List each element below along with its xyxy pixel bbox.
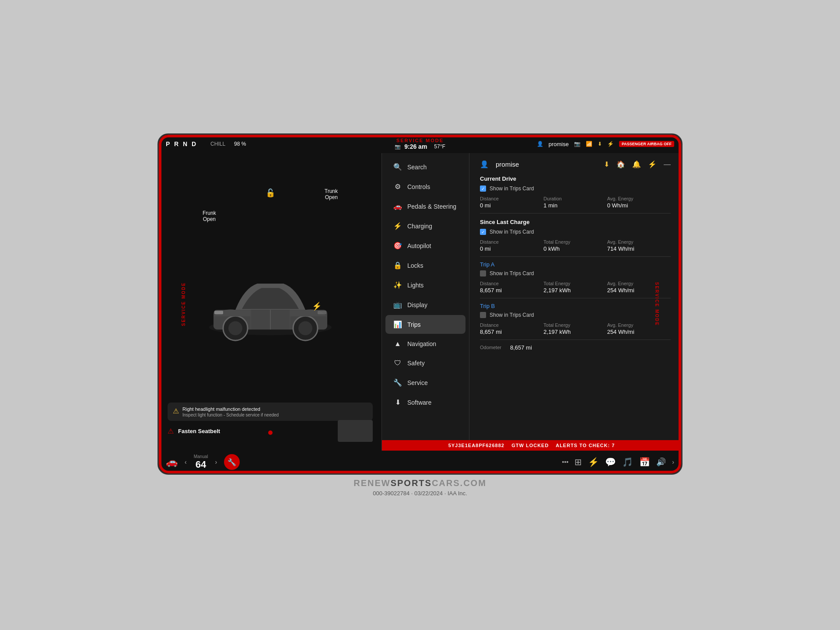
bottom-bar: 🚗 ‹ Manual 64 › 🔧 ••• ⊞ ⚡ 💬 🎵 📅 🔊 › bbox=[159, 451, 681, 473]
odometer-value: 8,657 mi bbox=[510, 344, 532, 351]
bell-icon[interactable]: 🔔 bbox=[632, 160, 641, 168]
menu-item-safety[interactable]: 🛡 Safety bbox=[385, 354, 466, 372]
menu-item-charging[interactable]: ⚡ Charging bbox=[385, 217, 466, 235]
headlight-alert: ⚠ Right headlight malfunction detected I… bbox=[168, 402, 373, 421]
left-panel: Frunk Open 🔓 Trunk Open bbox=[159, 153, 382, 451]
drive-mode: CHILL bbox=[210, 141, 225, 147]
svg-rect-10 bbox=[318, 311, 326, 314]
menu-item-display[interactable]: 📺 Display bbox=[385, 295, 466, 314]
since-avg-energy: Avg. Energy 714 Wh/mi bbox=[607, 239, 671, 252]
trip-b-show-label: Show in Trips Card bbox=[490, 312, 534, 318]
disconnect-icon[interactable]: — bbox=[664, 161, 671, 168]
watermark: RENEWSPORTSCARS.COM bbox=[354, 478, 486, 488]
trips-header: 👤 promise ⬇ 🏠 🔔 ⚡ — bbox=[480, 160, 671, 168]
since-last-charge-checkbox[interactable]: ✓ bbox=[480, 229, 486, 235]
lights-icon: ✨ bbox=[393, 281, 402, 289]
prev-arrow[interactable]: ‹ bbox=[185, 458, 187, 466]
since-show-in-trips-label: Show in Trips Card bbox=[490, 229, 534, 235]
wrench-button[interactable]: 🔧 bbox=[224, 454, 240, 470]
since-total-energy: Total Energy 0 kWh bbox=[543, 239, 607, 252]
current-duration: Duration 1 min bbox=[543, 196, 607, 209]
display-icon: 📺 bbox=[393, 301, 402, 309]
volume-arrow[interactable]: › bbox=[672, 458, 674, 466]
notification-area bbox=[268, 430, 273, 435]
download-header-icon[interactable]: ⬇ bbox=[604, 160, 609, 168]
music-icon[interactable]: 🎵 bbox=[622, 457, 633, 467]
user-icon-trips: 👤 bbox=[480, 160, 489, 168]
chat-icon[interactable]: 💬 bbox=[605, 457, 616, 467]
current-drive-checkbox[interactable]: ✓ bbox=[480, 186, 486, 192]
show-in-trips-label: Show in Trips Card bbox=[490, 186, 534, 192]
svg-point-3 bbox=[228, 321, 242, 335]
trip-b-avg-energy: Avg. Energy 254 Wh/mi bbox=[607, 322, 671, 335]
menu-item-controls[interactable]: ⚙ Controls bbox=[385, 177, 466, 196]
airbag-warning: PASSENGER AIRBAG OFF bbox=[619, 141, 674, 147]
trips-icon: 📊 bbox=[393, 320, 402, 329]
service-mode-label-right: SERVICE MODE bbox=[654, 282, 659, 326]
vin-bar: 5YJ3E1EA8PF626882 GTW LOCKED ALERTS TO C… bbox=[382, 440, 681, 451]
photo-credit: 000-39022784 · 03/22/2024 · IAA Inc. bbox=[354, 490, 486, 497]
menu-item-pedals[interactable]: 🚗 Pedals & Steering bbox=[385, 197, 466, 216]
prnd-display: P R N D bbox=[166, 140, 197, 147]
current-avg-energy: Avg. Energy 0 Wh/mi bbox=[607, 196, 671, 209]
car-icon[interactable]: 🚗 bbox=[166, 456, 178, 468]
controls-icon: ⚙ bbox=[393, 182, 402, 191]
alert-subtitle: Inspect light function - Schedule servic… bbox=[182, 413, 279, 417]
seatbelt-text: Fasten Seatbelt bbox=[178, 428, 220, 434]
header-icons: ⬇ 🏠 🔔 ⚡ — bbox=[604, 160, 671, 168]
status-center: SERVICE MODE 📷 9:26 am 57°F bbox=[395, 138, 445, 150]
menu-item-autopilot[interactable]: 🎯 Autopilot bbox=[385, 236, 466, 255]
menu-item-locks[interactable]: 🔒 Locks bbox=[385, 256, 466, 275]
seatbelt-icon: ⚠ bbox=[168, 427, 174, 435]
next-arrow[interactable]: › bbox=[215, 458, 217, 466]
menu-item-trips[interactable]: 📊 Trips bbox=[385, 315, 466, 334]
since-distance: Distance 0 mi bbox=[480, 239, 543, 252]
trip-a-checkbox[interactable] bbox=[480, 270, 486, 276]
menu-item-lights[interactable]: ✨ Lights bbox=[385, 276, 466, 294]
since-last-charge-stats: Distance 0 mi Total Energy 0 kWh Avg. En… bbox=[480, 239, 671, 252]
menu-item-search[interactable]: 🔍 Search bbox=[385, 158, 466, 176]
frunk-label: Frunk Open bbox=[203, 210, 216, 222]
navigation-icon: ▲ bbox=[393, 340, 402, 348]
grid-icon[interactable]: ⊞ bbox=[574, 457, 582, 467]
more-icon[interactable]: ••• bbox=[562, 458, 569, 466]
trips-username: promise bbox=[496, 161, 519, 168]
charging-icon: ⚡ bbox=[393, 222, 402, 230]
calendar-icon[interactable]: 📅 bbox=[639, 457, 650, 467]
menu-item-navigation[interactable]: ▲ Navigation bbox=[385, 335, 466, 353]
trip-b-label: Trip B bbox=[480, 303, 671, 309]
service-mode-top: SERVICE MODE bbox=[396, 138, 444, 143]
trip-b-checkbox-row[interactable]: Show in Trips Card bbox=[480, 312, 671, 318]
home-icon[interactable]: 🏠 bbox=[616, 160, 625, 168]
menu-item-software[interactable]: ⬇ Software bbox=[385, 393, 466, 412]
temperature: 57°F bbox=[434, 144, 445, 150]
service-mode-label-left: SERVICE MODE bbox=[181, 282, 186, 326]
since-last-charge-title: Since Last Charge bbox=[480, 219, 671, 225]
alert-title: Right headlight malfunction detected bbox=[182, 406, 279, 413]
trunk-label: Trunk Open bbox=[325, 188, 338, 200]
trip-a-avg-energy: Avg. Energy 254 Wh/mi bbox=[607, 281, 671, 294]
trip-a-label: Trip A bbox=[480, 261, 671, 268]
bluetooth-bottom-icon[interactable]: ⚡ bbox=[588, 457, 599, 467]
bottom-icons: ••• ⊞ ⚡ 💬 🎵 📅 🔊 › bbox=[562, 457, 674, 467]
since-last-charge-checkbox-row[interactable]: ✓ Show in Trips Card bbox=[480, 229, 671, 235]
user-icon: 👤 bbox=[537, 141, 543, 147]
main-screen: SERVICE MODE SERVICE MODE P R N D CHILL … bbox=[158, 133, 682, 475]
current-drive-checkbox-row[interactable]: ✓ Show in Trips Card bbox=[480, 186, 671, 192]
download-icon: ⬇ bbox=[598, 141, 602, 147]
status-bar: P R N D CHILL 98 % SERVICE MODE 📷 9:26 a… bbox=[159, 135, 681, 153]
locks-icon: 🔒 bbox=[393, 261, 402, 270]
trip-b-checkbox[interactable] bbox=[480, 312, 486, 318]
trip-a-total-energy: Total Energy 2,197 kWh bbox=[543, 281, 607, 294]
warning-icon: ⚠ bbox=[173, 407, 179, 415]
autopilot-icon: 🎯 bbox=[393, 242, 402, 250]
menu-item-service[interactable]: 🔧 Service bbox=[385, 373, 466, 392]
bluetooth-header-icon[interactable]: ⚡ bbox=[648, 160, 657, 168]
username-display: promise bbox=[549, 141, 569, 147]
trip-b-stats: Distance 8,657 mi Total Energy 2,197 kWh… bbox=[480, 322, 671, 335]
volume-icon[interactable]: 🔊 bbox=[656, 457, 666, 467]
main-content: Frunk Open 🔓 Trunk Open bbox=[159, 153, 681, 451]
right-section: 🔍 Search ⚙ Controls 🚗 Pedals & Steering … bbox=[382, 153, 681, 451]
lock-icon: 🔓 bbox=[266, 188, 275, 198]
trip-a-checkbox-row[interactable]: Show in Trips Card bbox=[480, 270, 671, 276]
